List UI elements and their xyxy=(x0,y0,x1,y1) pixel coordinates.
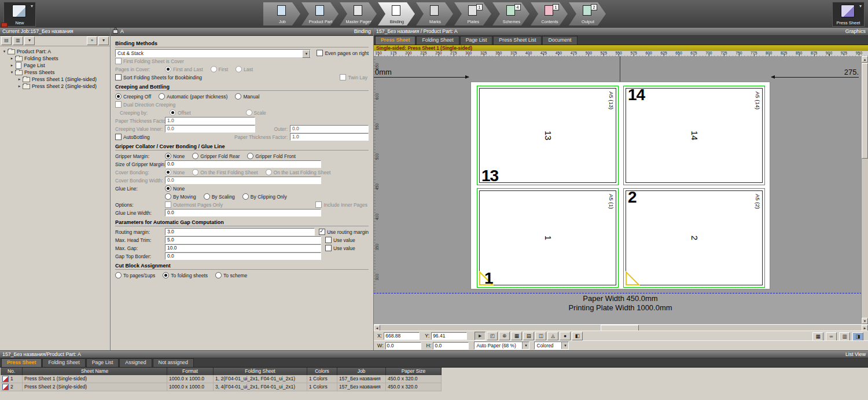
column-header-sheet-name[interactable]: Sheet Name xyxy=(23,368,167,375)
zoom-page-button[interactable]: ◰ xyxy=(487,332,498,340)
layout-button[interactable]: ▤ xyxy=(1,36,12,45)
tab-press-sheet[interactable]: Press Sheet xyxy=(375,36,415,45)
imposed-page-14[interactable]: A5 (14) 14 14 xyxy=(623,86,765,185)
press-sheet-dropdown-caret[interactable]: ▾ xyxy=(859,3,862,9)
workflow-step-schemes[interactable]: 4Schemes xyxy=(492,2,529,25)
outer-field[interactable]: 0.0 xyxy=(290,125,369,133)
gripper-none-radio[interactable] xyxy=(165,153,171,159)
split-view-button[interactable]: ▥ xyxy=(839,332,850,341)
measure-tool-button[interactable]: ◧ xyxy=(572,332,583,340)
press-sheet-paper[interactable]: A5 (13) 13 13 A5 (14) 14 14 A5 (1) 1 xyxy=(470,82,770,289)
cover-bonding-first-radio[interactable] xyxy=(192,169,198,175)
expander-icon[interactable]: ▾ xyxy=(2,49,7,54)
use-routing-margin-checkbox[interactable] xyxy=(319,229,325,235)
chevron-down-icon[interactable]: ▾ xyxy=(522,342,529,349)
include-inner-pages-checkbox[interactable] xyxy=(315,201,322,208)
glue-line-width-field[interactable]: 0.0 xyxy=(165,209,321,216)
max-head-trim-field[interactable]: 5.0 xyxy=(165,236,321,244)
workflow-step-job[interactable]: Job xyxy=(263,2,300,25)
cover-bonding-width-field[interactable]: 0.0 xyxy=(165,177,321,184)
to-pages-radio[interactable] xyxy=(115,272,122,278)
press-sheet-button[interactable]: ▾ Press Sheet xyxy=(832,2,865,27)
grid-toggle-button[interactable]: ▦ xyxy=(511,332,522,340)
sort-folding-sheets-checkbox[interactable] xyxy=(115,74,122,80)
width-field[interactable]: 0.0 xyxy=(385,342,421,350)
cover-bonding-last-radio[interactable] xyxy=(266,169,272,175)
expander-icon[interactable]: ▾ xyxy=(9,70,14,75)
table-view-button[interactable]: ▤ xyxy=(523,332,534,340)
scroll-down-button[interactable]: ▼ xyxy=(862,318,868,324)
workflow-step-contents[interactable]: 1Contents xyxy=(531,2,568,25)
pic-first-radio[interactable] xyxy=(211,66,217,72)
creeping-auto-radio[interactable] xyxy=(159,93,165,100)
paper-thickness-factor2-field[interactable]: 1.0 xyxy=(290,133,369,141)
tree-item-press-sheets[interactable]: ▾Press Sheets xyxy=(0,69,110,76)
workflow-step-product-part[interactable]: Product Part xyxy=(301,2,339,25)
use-max-gap-checkbox[interactable] xyxy=(325,245,332,251)
column-header-no[interactable]: No. xyxy=(1,368,23,375)
tab-not-assigned[interactable]: Not assigned xyxy=(153,358,194,367)
scroll-up-button[interactable]: ▲ xyxy=(862,56,868,63)
workflow-step-output[interactable]: 2Output xyxy=(569,2,606,25)
gripper-fold-front-radio[interactable] xyxy=(247,153,253,159)
vertical-scroll-thumb[interactable] xyxy=(862,63,868,159)
panel-menu-button[interactable]: ▾ xyxy=(98,36,109,45)
tab-page-list[interactable]: Page List xyxy=(86,358,119,367)
binding-method-select[interactable]: Cut & Stack ▾ xyxy=(115,49,311,57)
outermost-pages-checkbox[interactable] xyxy=(165,201,171,208)
tab-assigned[interactable]: Assigned xyxy=(119,358,152,367)
glue-by-scaling-radio[interactable] xyxy=(204,193,210,200)
to-folding-sheets-radio[interactable] xyxy=(163,272,169,278)
chevron-down-icon[interactable]: ▾ xyxy=(302,50,310,58)
tree-item-product-part-a[interactable]: ▾Product Part: A xyxy=(0,48,110,55)
thumbnail-view-button[interactable]: ▦ xyxy=(812,332,823,341)
even-pages-right-checkbox[interactable] xyxy=(317,50,323,56)
creeping-scale-radio[interactable] xyxy=(246,109,252,116)
table-row[interactable]: 1Press Sheet 1 (Single-sided)1000.0 x 10… xyxy=(1,375,442,383)
expander-icon[interactable]: ▸ xyxy=(17,84,22,89)
dual-direction-creeping-checkbox[interactable] xyxy=(115,101,122,108)
cover-bonding-none-radio[interactable] xyxy=(165,169,171,175)
imposed-page-1[interactable]: A5 (1) 1 1 xyxy=(477,188,619,288)
tab-press-sheet[interactable]: Press Sheet xyxy=(1,358,42,367)
expander-icon[interactable]: ▸ xyxy=(17,77,22,82)
new-button[interactable]: ▾ New xyxy=(3,2,36,27)
select-tool-button[interactable]: ► xyxy=(475,332,486,340)
first-sheet-cover-checkbox[interactable] xyxy=(115,58,122,64)
column-header-folding-sheet[interactable]: Folding Sheet xyxy=(214,368,307,375)
tab-document[interactable]: Document xyxy=(542,36,577,45)
tab-folding-sheet[interactable]: Folding Sheet xyxy=(416,36,459,45)
tab-folding-sheet[interactable]: Folding Sheet xyxy=(42,358,85,367)
autobottling-checkbox[interactable] xyxy=(115,134,122,140)
pic-first-last-radio[interactable] xyxy=(165,66,171,72)
view-menu-button[interactable]: ▾ xyxy=(24,36,35,45)
expand-all-button[interactable]: » xyxy=(87,36,97,45)
gripper-size-field[interactable]: 0.0 xyxy=(165,160,321,168)
list-view-label[interactable]: List View xyxy=(845,351,866,358)
paper-thickness-factor-field[interactable]: 1.0 xyxy=(165,117,255,124)
tree-item-page-list[interactable]: ▸Page List xyxy=(0,62,110,69)
chevron-down-icon[interactable]: ▾ xyxy=(561,342,568,349)
loop-view-button[interactable]: ∞ xyxy=(826,332,837,341)
height-field[interactable]: 0.0 xyxy=(433,342,469,350)
tree-item-folding-sheets[interactable]: ▸Folding Sheets xyxy=(0,55,110,62)
press-sheet-canvas[interactable]: 650600550500450400350300250 0mm 275. A5 … xyxy=(374,56,868,324)
max-gap-field[interactable]: 10.0 xyxy=(165,244,321,252)
expander-icon[interactable]: ▸ xyxy=(9,63,14,68)
tree-item-press-sheet-1-single-sided[interactable]: ▸Press Sheet 1 (Single-sided) xyxy=(0,76,110,83)
column-header-paper-size[interactable]: Paper Size xyxy=(386,368,442,375)
creeping-offset-radio[interactable] xyxy=(170,109,176,116)
gripper-fold-rear-radio[interactable] xyxy=(192,153,198,159)
workflow-step-master-pages[interactable]: Master Pages xyxy=(340,2,377,25)
rotate-tool-button[interactable]: ◬ xyxy=(547,332,558,340)
twin-lay-checkbox[interactable] xyxy=(340,74,346,80)
column-header-colors[interactable]: Colors xyxy=(307,368,337,375)
y-coordinate-field[interactable]: 96.41 xyxy=(431,332,467,340)
column-header-format[interactable]: Format xyxy=(167,368,214,375)
imposed-page-2[interactable]: A5 (2) 2 2 xyxy=(623,188,765,288)
workflow-step-binding[interactable]: Binding xyxy=(378,2,415,25)
vertical-scrollbar[interactable]: ▲ ▼ xyxy=(861,56,868,324)
tab-press-sheet-list[interactable]: Press Sheet List xyxy=(493,36,542,45)
tab-page-list[interactable]: Page List xyxy=(460,36,493,45)
creeping-off-radio[interactable] xyxy=(115,93,122,100)
